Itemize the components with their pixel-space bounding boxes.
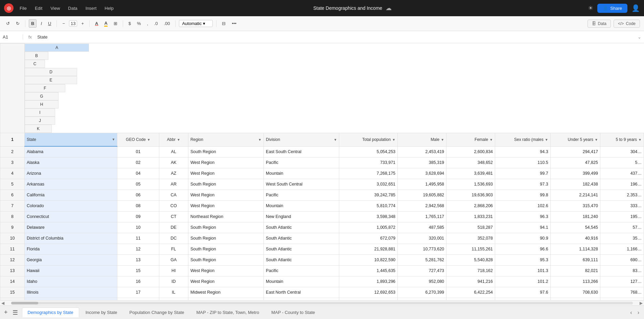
- cell-division[interactable]: South Atlantic: [264, 222, 339, 233]
- italic-button[interactable]: I: [39, 20, 44, 27]
- borders-button[interactable]: ⊞: [112, 20, 119, 27]
- cell-total-pop[interactable]: 5,810,774: [339, 200, 398, 211]
- cell-5to9[interactable]: 35…: [600, 233, 644, 244]
- cell-abbr[interactable]: FL: [159, 244, 188, 254]
- tab-map-county[interactable]: MAP - County to State: [266, 308, 321, 317]
- header-sex-ratio[interactable]: Sex ratio (males ▼: [495, 133, 551, 146]
- cell-5to9[interactable]: 5…: [600, 157, 644, 168]
- cell-sex-ratio[interactable]: 101.3: [495, 265, 551, 276]
- cell-male[interactable]: 952,080: [398, 276, 446, 287]
- col-header-E[interactable]: E: [25, 76, 77, 84]
- header-division[interactable]: Division ▼: [264, 133, 339, 146]
- cell-total-pop[interactable]: 6,811,752: [339, 298, 398, 300]
- filter-male-icon[interactable]: ▼: [441, 138, 444, 142]
- cell-female[interactable]: 1,536,693: [446, 179, 495, 190]
- header-state[interactable]: State ▼: [24, 133, 117, 146]
- cell-sex-ratio[interactable]: 101.2: [495, 276, 551, 287]
- cell-male[interactable]: 3,628,694: [398, 168, 446, 179]
- scroll-right-icon[interactable]: ▶: [640, 301, 643, 305]
- cell-5to9[interactable]: 196…: [600, 179, 644, 190]
- cell-region[interactable]: South Region: [188, 222, 263, 233]
- font-color-button[interactable]: A: [93, 20, 100, 27]
- cell-under5[interactable]: 181,240: [550, 211, 600, 222]
- cell-state[interactable]: Connecticut: [24, 211, 117, 222]
- cell-male[interactable]: 1,765,117: [398, 211, 446, 222]
- cell-abbr[interactable]: AK: [159, 157, 188, 168]
- cell-abbr[interactable]: DE: [159, 222, 188, 233]
- cell-region[interactable]: Northeast Region: [188, 211, 263, 222]
- cell-region[interactable]: West Region: [188, 168, 263, 179]
- tab-next-button[interactable]: ›: [636, 308, 641, 317]
- cell-under5[interactable]: 113,266: [550, 276, 600, 287]
- cell-geocode[interactable]: 05: [117, 179, 159, 190]
- horizontal-scrollbar[interactable]: ◀ ▶: [0, 300, 644, 305]
- cell-division[interactable]: New England: [264, 211, 339, 222]
- cell-sex-ratio[interactable]: 97.3: [495, 179, 551, 190]
- cell-total-pop[interactable]: 3,598,348: [339, 211, 398, 222]
- cell-under5[interactable]: 708,630: [550, 287, 600, 298]
- add-sheet-button[interactable]: +: [3, 308, 9, 317]
- cell-division[interactable]: Pacific: [264, 265, 339, 276]
- cell-division[interactable]: East North Central: [264, 287, 339, 298]
- bold-button[interactable]: B: [29, 19, 37, 28]
- cell-abbr[interactable]: HI: [159, 265, 188, 276]
- cell-5to9[interactable]: 83…: [600, 265, 644, 276]
- cell-region[interactable]: South Region: [188, 179, 263, 190]
- cell-male[interactable]: 385,319: [398, 157, 446, 168]
- cell-male[interactable]: 320,001: [398, 233, 446, 244]
- sheets-menu-button[interactable]: ☰: [11, 308, 19, 317]
- col-header-B[interactable]: B: [25, 52, 48, 60]
- filter-total-pop-icon[interactable]: ▼: [392, 138, 395, 142]
- cell-under5[interactable]: 639,111: [550, 254, 600, 265]
- cell-abbr[interactable]: AR: [159, 179, 188, 190]
- tab-population[interactable]: Population Change by State: [124, 308, 190, 317]
- col-header-H[interactable]: H: [25, 100, 59, 108]
- cell-division[interactable]: South Atlantic: [264, 233, 339, 244]
- cell-division[interactable]: East North Central: [264, 298, 339, 300]
- cell-female[interactable]: 3,434,741: [446, 298, 495, 300]
- cell-sex-ratio[interactable]: 96.6: [495, 244, 551, 254]
- filter-geocode-icon[interactable]: ▼: [147, 138, 151, 142]
- decimal-inc-button[interactable]: .00: [162, 20, 172, 27]
- col-header-J[interactable]: J: [25, 117, 55, 125]
- cell-sex-ratio[interactable]: 99.7: [495, 168, 551, 179]
- cell-5to9[interactable]: [600, 298, 644, 300]
- code-button[interactable]: </> Code: [614, 20, 640, 28]
- cell-state[interactable]: District of Columbia: [24, 233, 117, 244]
- percent-format-button[interactable]: %: [135, 20, 143, 27]
- cell-region[interactable]: Midwest Region: [188, 298, 263, 300]
- cell-abbr[interactable]: GA: [159, 254, 188, 265]
- cell-abbr[interactable]: IN: [159, 298, 188, 300]
- cell-under5[interactable]: 294,417: [550, 146, 600, 157]
- cell-sex-ratio[interactable]: 90.9: [495, 233, 551, 244]
- header-5to9[interactable]: 5 to 9 years ▼: [600, 133, 644, 146]
- menu-file[interactable]: File: [16, 4, 30, 12]
- col-header-C[interactable]: C: [25, 60, 45, 68]
- cell-under5[interactable]: 82,021: [550, 265, 600, 276]
- cell-female[interactable]: 5,540,828: [446, 254, 495, 265]
- cell-total-pop[interactable]: 10,822,590: [339, 254, 398, 265]
- menu-edit[interactable]: Edit: [31, 4, 46, 12]
- cell-female[interactable]: 941,216: [446, 276, 495, 287]
- cell-abbr[interactable]: AZ: [159, 168, 188, 179]
- cell-abbr[interactable]: ID: [159, 276, 188, 287]
- cell-under5[interactable]: 47,825: [550, 157, 600, 168]
- cell-geocode[interactable]: 15: [117, 265, 159, 276]
- cell-sex-ratio[interactable]: 94.1: [495, 222, 551, 233]
- menu-view[interactable]: View: [47, 4, 63, 12]
- cell-male[interactable]: 5,281,762: [398, 254, 446, 265]
- cell-under5[interactable]: 315,470: [550, 200, 600, 211]
- cell-division[interactable]: Mountain: [264, 168, 339, 179]
- cell-male[interactable]: 3,377,011: [398, 298, 446, 300]
- data-button[interactable]: 🗄 Data: [588, 20, 611, 28]
- share-button[interactable]: 👤 Share: [597, 4, 627, 13]
- col-header-D[interactable]: D: [25, 68, 77, 76]
- cell-total-pop[interactable]: 12,692,653: [339, 287, 398, 298]
- cell-male[interactable]: 727,473: [398, 265, 446, 276]
- cell-5to9[interactable]: 333…: [600, 200, 644, 211]
- cell-female[interactable]: 19,636,903: [446, 190, 495, 200]
- cell-total-pop[interactable]: 1,893,296: [339, 276, 398, 287]
- col-header-G[interactable]: G: [25, 92, 59, 100]
- cell-total-pop[interactable]: 39,242,785: [339, 190, 398, 200]
- filter-female-icon[interactable]: ▼: [489, 138, 493, 142]
